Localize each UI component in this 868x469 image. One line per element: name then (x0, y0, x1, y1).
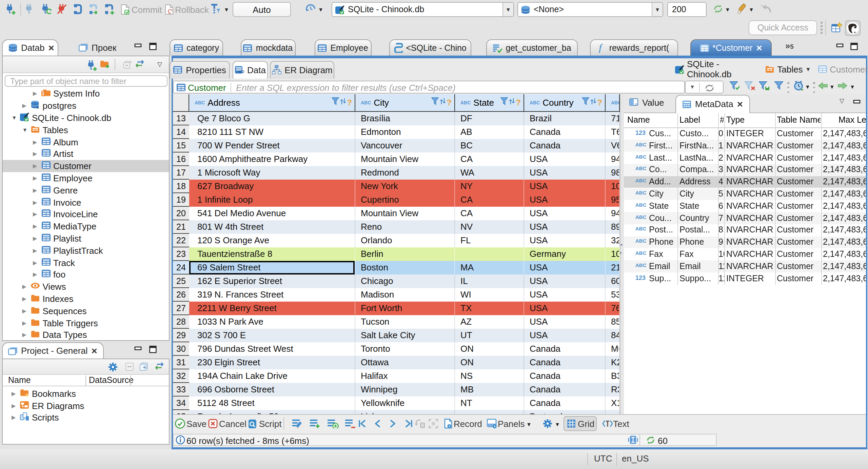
table-row-28[interactable]: 281033 N Park AveTucsonAZUSA85 (173, 315, 620, 329)
schema-selector[interactable]: <None> ▼ (517, 2, 663, 17)
cell[interactable]: USA (524, 315, 606, 329)
calc-panel-icon[interactable] (628, 435, 638, 445)
cell[interactable]: USA (524, 329, 606, 342)
view-menu-icon[interactable]: ▽ (157, 61, 162, 68)
filter-funnel-icon[interactable] (500, 98, 508, 108)
tree-item-views[interactable]: ▶Views (3, 281, 169, 293)
auto-commit-button[interactable]: Auto (233, 2, 291, 17)
cell[interactable] (455, 247, 524, 261)
auto-refresh-dropdown[interactable]: ▼ (805, 84, 810, 90)
duplicate-row-icon[interactable] (327, 419, 339, 428)
gear-icon[interactable] (108, 362, 118, 372)
subtab-data[interactable]: <>Data (233, 61, 268, 79)
rollback-button[interactable]: Rollback (175, 5, 209, 15)
cell[interactable]: 95 (606, 193, 620, 207)
meta-column-header-name[interactable]: Name (627, 115, 678, 124)
cell[interactable]: Brasília (355, 112, 455, 125)
cell[interactable]: MB (455, 383, 524, 396)
cell[interactable]: M6 (606, 342, 620, 356)
next-result-icon[interactable] (837, 82, 848, 89)
expand-arrow-icon[interactable]: ▶ (22, 284, 26, 290)
cell[interactable]: 319 N. Frances Street (189, 288, 355, 302)
grid-view-button[interactable]: Grid (564, 416, 597, 431)
cell[interactable]: T6 (606, 125, 620, 139)
cell[interactable]: New York (355, 180, 455, 193)
cell[interactable]: Redmond (355, 166, 455, 180)
cell[interactable]: 1033 N Park Ave (189, 315, 355, 329)
cell[interactable]: NY (455, 180, 524, 193)
editor-minimize-icon[interactable] (836, 43, 844, 50)
cell[interactable] (606, 410, 620, 414)
cell[interactable]: 696 Osborne Street (189, 383, 355, 396)
table-row-15[interactable]: 15700 W Pender StreetVancouverBCCanadaV6 (173, 139, 620, 152)
editor-tab--customer[interactable]: *Customer✕ (690, 39, 772, 56)
object-filter-input[interactable]: Type part of object name to filter (5, 75, 167, 87)
tab-projects[interactable]: Проек (73, 39, 121, 56)
refresh-count-icon[interactable] (646, 435, 656, 445)
breadcrumb-customer[interactable]: Customer (830, 64, 868, 74)
editor-tab-category[interactable]: category (170, 39, 223, 56)
meta-column-header-table-name[interactable]: Table Name (777, 115, 820, 124)
filter-funnel-icon[interactable] (581, 98, 589, 108)
table-row-25[interactable]: 25162 E Superior StreetChicagoILUSA60 (173, 274, 620, 288)
cell[interactable]: 60 (606, 274, 620, 288)
reconnect-icon[interactable] (41, 3, 52, 14)
cancel-icon[interactable] (208, 419, 218, 428)
new-transaction-icon[interactable] (103, 3, 115, 15)
meta-row-lastna-[interactable]: ABCLast...LastNa...2NVARCHARCustomer2,14… (624, 152, 866, 164)
quick-access-input[interactable]: Quick Access (749, 20, 817, 35)
expand-arrow-icon[interactable]: ▶ (22, 320, 26, 326)
new-folder-icon[interactable] (100, 60, 111, 68)
last-row-icon[interactable] (404, 419, 413, 428)
cell[interactable]: Fort Worth (355, 302, 455, 315)
meta-row-postal-[interactable]: ABCPost...Postal...8NVARCHARCustomer2,14… (624, 224, 866, 237)
filter-funnel-icon[interactable] (431, 98, 438, 108)
text-view-icon[interactable] (602, 419, 613, 428)
cell[interactable]: 94 (606, 152, 620, 166)
meta-row-country[interactable]: ABCCou...Country7NVARCHARCustomer2,147,4… (624, 212, 866, 224)
tree-item-genre[interactable]: ▶Genre (3, 184, 169, 197)
record-icon[interactable]: i (443, 419, 452, 429)
cell[interactable]: 120 S Orange Ave (189, 234, 355, 247)
cell[interactable]: WA (455, 166, 524, 180)
meta-column-header--[interactable]: # (720, 115, 724, 124)
subtab-er-diagram[interactable]: ER Diagram (270, 61, 334, 79)
table-row-29[interactable]: 29302 S 700 ESalt Lake CityUTUSA84 (173, 329, 620, 342)
save-button[interactable]: Save (186, 419, 206, 429)
cell[interactable]: Madison (355, 288, 455, 302)
editor-maximize-icon[interactable] (850, 43, 858, 50)
tab-metadata[interactable]: MetaData ✕ (675, 95, 750, 113)
editor-tab-mockdata[interactable]: mockdata (240, 39, 295, 56)
meta-row-phone[interactable]: ABCPhonePhone9NVARCHARCustomer2,147,483,… (624, 236, 866, 248)
expand-arrow-icon[interactable]: ▶ (33, 151, 37, 157)
column-header-address[interactable]: ABCAddress? (189, 94, 355, 112)
panels-button[interactable]: Panels (498, 419, 525, 429)
maximize-icon[interactable] (149, 346, 157, 353)
expand-arrow-icon[interactable]: ▶ (22, 103, 26, 109)
cell[interactable]: NT (455, 396, 524, 410)
tab-database-navigator[interactable]: Datab ✕ (2, 39, 58, 56)
cell[interactable]: 85 (606, 315, 620, 329)
tree-item-playlisttrack[interactable]: ▶PlaylistTrack (3, 245, 169, 257)
history-icon[interactable] (305, 3, 316, 14)
table-row-30[interactable]: 30796 Dundas Street WestTorontoONCanadaM… (173, 342, 620, 356)
filter-apply-icon[interactable] (730, 81, 741, 90)
sort-icon[interactable] (339, 98, 346, 108)
column-header-city[interactable]: ABCCity? (355, 94, 455, 112)
cell[interactable]: USA (524, 193, 606, 207)
tree-item-tables[interactable]: ▼Tables (3, 124, 169, 136)
project-item-er-diagrams[interactable]: ▶ER Diagrams (3, 400, 169, 411)
tree-item-data-types[interactable]: ▶Data Types (3, 329, 169, 340)
tree-item-mediatype[interactable]: ▶MediaType (3, 221, 169, 233)
cell[interactable]: 53 (606, 288, 620, 302)
cell[interactable]: R3 (606, 383, 620, 396)
cell[interactable]: Boston (355, 261, 455, 274)
cell[interactable]: 71 (606, 112, 620, 125)
cell[interactable]: Berlin (355, 247, 455, 261)
cell[interactable]: USA (524, 152, 606, 166)
connection-dropdown-arrow[interactable]: ▼ (502, 3, 513, 16)
panels-icon[interactable] (487, 419, 497, 428)
close-icon[interactable]: ✕ (48, 43, 54, 53)
expand-arrow-icon[interactable]: ▶ (22, 308, 26, 314)
expand-arrow-icon[interactable]: ▶ (33, 260, 37, 266)
